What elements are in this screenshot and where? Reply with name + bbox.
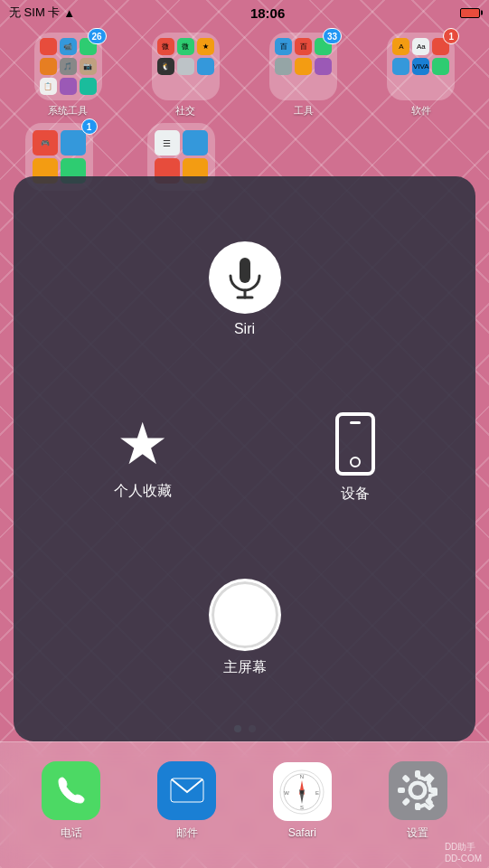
mini-app: ☰ [155,130,180,156]
folder-icon-software: A Aa VIVA 1 [387,33,455,100]
mini-app [183,130,208,156]
svg-rect-23 [401,774,410,783]
folder-icon-tools: 百 百 33 [269,33,337,100]
folder-label-social: 社交 [175,104,195,118]
battery-icon [460,8,480,18]
svg-rect-18 [430,788,437,793]
siri-label: Siri [234,321,255,337]
svg-rect-20 [415,803,420,810]
home-button[interactable] [209,579,281,651]
svg-rect-17 [425,774,434,783]
mini-app [60,78,77,95]
folder-badge-system-tools: 26 [88,28,107,44]
mini-app [295,58,312,75]
folder-label-tools: 工具 [294,104,314,118]
device-button[interactable]: 设备 [335,412,375,504]
dock-app-settings [389,761,447,820]
siri-button[interactable] [209,241,281,314]
dock-app-safari: N S W E [273,762,332,821]
dock-label-mail: 邮件 [176,826,198,841]
dock-label-safari: Safari [288,826,316,839]
svg-text:E: E [315,790,319,796]
dock-app-phone [42,761,100,820]
battery-fill [462,10,467,16]
mini-app [392,58,409,75]
watermark: DD助手DD-COM [445,841,482,863]
favorites-button[interactable]: ★ 个人收藏 [114,415,172,501]
folder-system-tools[interactable]: 📹 🎵 📷 📋 26 系统工具 [18,33,118,118]
folder-label-system-tools: 系统工具 [48,104,88,118]
signal-icon: ▲ [63,6,75,20]
folder-icon-system-tools: 📹 🎵 📷 📋 26 [34,33,102,100]
svg-text:N: N [300,774,304,779]
mini-app: 百 [275,38,292,55]
device-label: 设备 [341,485,370,504]
folder-badge-games: 1 [81,118,98,135]
home-section: 主屏幕 [209,579,281,677]
mini-app: VIVA [412,58,429,75]
folder-tools[interactable]: 百 百 33 工具 [254,33,353,118]
mini-app [177,58,194,75]
mini-app [80,78,97,95]
favorites-label: 个人收藏 [114,482,172,501]
dock-label-settings: 设置 [407,826,428,841]
dock-item-safari[interactable]: N S W E Safari [273,762,332,839]
dock-item-settings[interactable]: 设置 [389,761,447,841]
svg-point-24 [412,785,423,796]
dock-item-phone[interactable]: 电话 [42,761,100,841]
assistive-touch-menu[interactable]: Siri ★ 个人收藏 设备 主屏幕 [14,176,475,741]
mini-app: 🎮 [33,130,58,156]
mini-app [61,130,86,156]
folder-software[interactable]: A Aa VIVA 1 软件 [371,33,471,118]
dock-label-phone: 电话 [61,826,82,841]
home-label: 主屏幕 [223,658,267,677]
mini-app [40,38,57,55]
siri-section: Siri [209,241,281,337]
status-right [460,8,480,18]
folder-icon-social: 微 微 ★ 🐧 [152,33,220,100]
status-bar: 无 SIM 卡 ▲ 18:06 [0,0,489,25]
svg-rect-16 [415,770,420,778]
mini-app: Aa [412,38,429,55]
mini-app: 📹 [60,38,77,55]
mini-app: 📋 [40,78,57,95]
phone-outline-icon [335,412,375,476]
svg-rect-21 [401,797,410,807]
mini-app [40,58,57,75]
mini-app: 微 [177,38,194,55]
svg-point-12 [300,790,304,794]
mini-app [432,58,449,75]
folder-badge-software: 1 [443,28,459,44]
mini-app: ★ [197,38,214,55]
dock-app-mail [157,761,216,820]
middle-row: ★ 个人收藏 设备 [32,412,457,504]
dock: 电话 邮件 N S W E Saf [0,741,489,868]
folder-badge-tools: 33 [323,28,342,44]
mini-app: 📷 [80,58,97,75]
star-icon: ★ [117,415,168,473]
svg-rect-0 [240,258,250,283]
status-left: 无 SIM 卡 ▲ [9,5,75,21]
device-icon [335,412,375,476]
svg-rect-22 [398,788,405,793]
mini-app [275,58,292,75]
dock-item-mail[interactable]: 邮件 [157,761,216,841]
carrier-text: 无 SIM 卡 [9,5,60,21]
mini-app: 微 [157,38,174,55]
mini-app [197,58,214,75]
folder-social[interactable]: 微 微 ★ 🐧 社交 [136,33,235,118]
svg-text:W: W [285,790,290,796]
mini-app: 🎵 [60,58,77,75]
folder-label-software: 软件 [411,104,431,118]
mini-app: A [392,38,409,55]
mini-app: 百 [295,38,312,55]
folders-row-1: 📹 🎵 📷 📋 26 系统工具 微 微 ★ 🐧 社交 [0,33,489,118]
mini-app: 🐧 [157,58,174,75]
status-time: 18:06 [250,5,285,21]
mini-app [315,58,332,75]
svg-text:S: S [300,805,304,810]
